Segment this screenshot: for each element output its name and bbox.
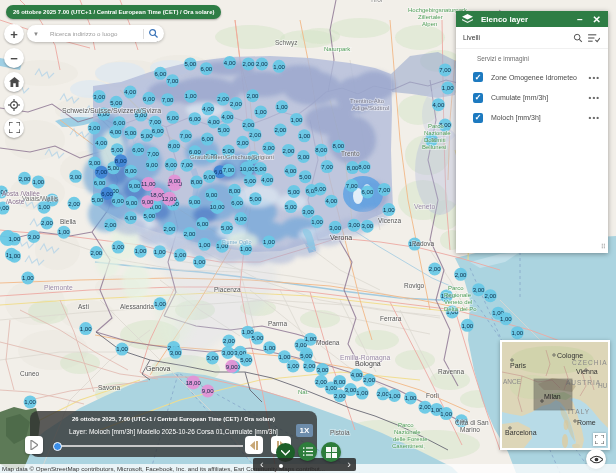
svg-text:9,00: 9,00 <box>126 200 138 206</box>
svg-text:2,00: 2,00 <box>363 377 375 383</box>
svg-text:10,00: 10,00 <box>240 166 256 172</box>
svg-text:4,00: 4,00 <box>433 102 445 108</box>
svg-text:ANCE: ANCE <box>503 378 522 385</box>
svg-text:1,00: 1,00 <box>389 393 401 399</box>
svg-text:CZECHIA: CZECHIA <box>572 359 608 366</box>
svg-text:1,00: 1,00 <box>255 109 267 115</box>
svg-text:Schweiz/Suisse/Svizzera/Svizra: Schweiz/Suisse/Svizzera/Svizra <box>62 107 161 114</box>
svg-text:1,00: 1,00 <box>38 204 50 210</box>
svg-text:9,00: 9,00 <box>202 388 214 394</box>
svg-text:5,00: 5,00 <box>244 178 256 184</box>
svg-text:1,00: 1,00 <box>291 117 303 123</box>
svg-text:3,00: 3,00 <box>170 350 182 356</box>
svg-text:1,00: 1,00 <box>199 242 211 248</box>
svg-text:Naturpark: Naturpark <box>324 46 351 52</box>
svg-text:1,00: 1,00 <box>135 248 147 254</box>
svg-text:Paris: Paris <box>510 362 526 369</box>
svg-text:3,00: 3,00 <box>317 367 329 373</box>
svg-text:8,00: 8,00 <box>115 158 127 164</box>
svg-text:Dolomiti: Dolomiti <box>424 137 446 143</box>
svg-text:Milan: Milan <box>544 393 561 400</box>
svg-text:1,00: 1,00 <box>287 363 299 369</box>
svg-text:Biella: Biella <box>60 218 76 225</box>
svg-text:8,00: 8,00 <box>229 188 241 194</box>
svg-text:Zillertaler: Zillertaler <box>418 14 443 20</box>
svg-text:Cuneo: Cuneo <box>20 370 40 377</box>
svg-text:2,00: 2,00 <box>274 127 286 133</box>
svg-text:Bologna: Bologna <box>355 360 381 368</box>
svg-text:8,00: 8,00 <box>191 179 203 185</box>
svg-text:7,00: 7,00 <box>147 151 159 157</box>
svg-text:6,00: 6,00 <box>113 120 125 126</box>
svg-text:Veneto: Veneto <box>414 203 435 210</box>
svg-text:1,00: 1,00 <box>279 354 291 360</box>
svg-text:Adige/Südtirol: Adige/Südtirol <box>352 105 389 111</box>
svg-text:Nat.: Nat. <box>298 389 309 395</box>
svg-text:1,00: 1,00 <box>264 345 276 351</box>
svg-text:2,00: 2,00 <box>304 363 316 369</box>
svg-text:2,00: 2,00 <box>429 266 441 272</box>
svg-text:5,00: 5,00 <box>184 61 196 67</box>
svg-text:Casentinesi,: Casentinesi, <box>392 443 425 449</box>
svg-text:6,00: 6,00 <box>189 116 201 122</box>
svg-text:1,00: 1,00 <box>58 229 70 235</box>
svg-text:5,00: 5,00 <box>250 196 262 202</box>
svg-text:7,00: 7,00 <box>149 119 161 125</box>
svg-text:9,00: 9,00 <box>169 178 181 184</box>
svg-text:8,00: 8,00 <box>332 143 344 149</box>
svg-text:Piemonte: Piemonte <box>44 284 73 291</box>
svg-text:3,00: 3,00 <box>93 94 105 100</box>
svg-text:3,00: 3,00 <box>345 387 357 393</box>
svg-text:4,00: 4,00 <box>351 372 363 378</box>
svg-text:5,00: 5,00 <box>252 335 264 341</box>
svg-text:Alessandria: Alessandria <box>120 303 154 310</box>
svg-text:5,00: 5,00 <box>218 127 230 133</box>
svg-text:7,00: 7,00 <box>346 183 358 189</box>
svg-text:5,00: 5,00 <box>299 174 311 180</box>
svg-text:6,00: 6,00 <box>101 191 113 197</box>
svg-text:7,00: 7,00 <box>167 78 179 84</box>
svg-text:4,00: 4,00 <box>261 177 273 183</box>
svg-text:Ferrara: Ferrara <box>380 315 402 322</box>
svg-text:2,00: 2,00 <box>249 132 261 138</box>
svg-text:6,00: 6,00 <box>314 186 326 192</box>
svg-text:1,00: 1,00 <box>9 253 21 259</box>
svg-text:Genova: Genova <box>146 365 171 372</box>
svg-text:Vicenza: Vicenza <box>378 217 401 224</box>
svg-text:Aosta /Vallée: Aosta /Vallée <box>2 190 40 197</box>
svg-text:6,00: 6,00 <box>362 189 374 195</box>
svg-text:6,00: 6,00 <box>94 180 106 186</box>
svg-text:6,00: 6,00 <box>200 66 212 72</box>
svg-text:6,00: 6,00 <box>152 128 164 134</box>
svg-text:Barcelona: Barcelona <box>505 429 537 436</box>
svg-text:2,00: 2,00 <box>256 61 268 67</box>
svg-text:delle Foreste: delle Foreste <box>393 436 428 442</box>
svg-text:4,00: 4,00 <box>235 216 247 222</box>
svg-text:1,00: 1,00 <box>461 323 473 329</box>
svg-text:1,00: 1,00 <box>298 133 310 139</box>
svg-text:3,00: 3,00 <box>329 225 341 231</box>
svg-text:3,00: 3,00 <box>473 287 485 293</box>
svg-text:4,00: 4,00 <box>125 215 137 221</box>
svg-text:Graubünden/Grischun/Grigioni: Graubünden/Grischun/Grigioni <box>190 153 274 160</box>
svg-text:Rome: Rome <box>577 419 596 426</box>
svg-text:Marino: Marino <box>460 426 480 433</box>
svg-text:4,00: 4,00 <box>110 129 122 135</box>
svg-text:3,00: 3,00 <box>298 154 310 160</box>
svg-text:2,00: 2,00 <box>484 293 496 299</box>
svg-text:Modena: Modena <box>316 339 340 346</box>
svg-text:Regionale: Regionale <box>444 292 472 298</box>
svg-text:3,00: 3,00 <box>263 145 275 151</box>
svg-text:7,00: 7,00 <box>180 133 192 139</box>
svg-text:7,00: 7,00 <box>162 97 174 103</box>
svg-text:7,00: 7,00 <box>321 164 333 170</box>
svg-text:8,00: 8,00 <box>165 162 177 168</box>
svg-text:18,00: 18,00 <box>186 380 202 386</box>
svg-text:8,00: 8,00 <box>347 165 359 171</box>
svg-text:6,00: 6,00 <box>155 71 167 77</box>
svg-text:3,00: 3,00 <box>70 174 82 180</box>
svg-text:12,00: 12,00 <box>162 196 178 202</box>
svg-text:8,00: 8,00 <box>125 168 137 174</box>
svg-text:1,00: 1,00 <box>442 85 454 91</box>
svg-text:1,00: 1,00 <box>263 239 275 245</box>
